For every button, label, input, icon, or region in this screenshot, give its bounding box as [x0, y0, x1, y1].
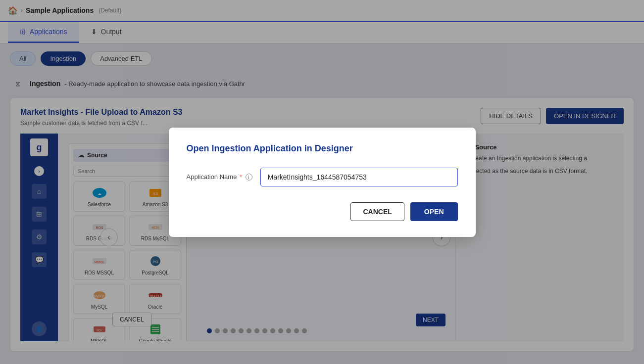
modal-app-name-input[interactable] — [260, 168, 458, 186]
modal-app-name-label: Application Name * i — [187, 173, 252, 181]
modal-required-indicator: * — [240, 173, 242, 181]
modal-dialog: Open Ingestion Application in Designer A… — [169, 128, 476, 237]
modal-title: Open Ingestion Application in Designer — [187, 143, 458, 154]
modal-overlay: Open Ingestion Application in Designer A… — [0, 0, 644, 364]
modal-label-text: Application Name — [187, 173, 237, 181]
modal-info-icon: i — [246, 174, 252, 181]
modal-form-row: Application Name * i — [187, 168, 458, 186]
modal-actions: CANCEL OPEN — [187, 202, 458, 221]
modal-open-button[interactable]: OPEN — [410, 202, 458, 221]
modal-cancel-button[interactable]: CANCEL — [350, 202, 404, 221]
